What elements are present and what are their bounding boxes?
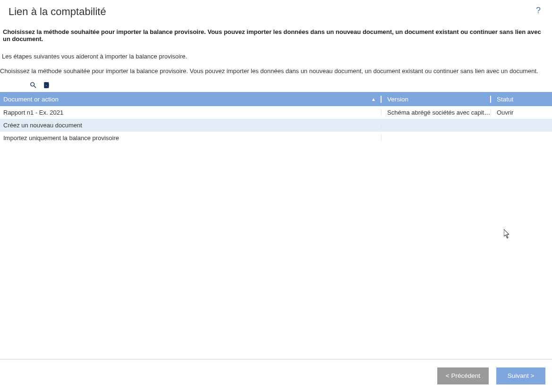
cell-document: Importez uniquement la balance provisoir… — [0, 134, 382, 142]
search-icon[interactable] — [29, 81, 37, 89]
help-icon[interactable]: ? — [536, 6, 544, 16]
document-table: Document or action ▲ Version Statut Rapp… — [0, 92, 552, 144]
previous-button[interactable]: < Précédent — [437, 367, 489, 384]
table-row[interactable]: Rapport n1 - Ex. 2021 Schéma abrégé soci… — [0, 106, 552, 119]
intro-bold-text: Choisissez la méthode souhaitée pour imp… — [0, 20, 552, 42]
cell-document: Rapport n1 - Ex. 2021 — [0, 109, 382, 116]
file-download-icon[interactable] — [43, 81, 50, 89]
intro-line1: Les étapes suivantes vous aideront à imp… — [0, 42, 552, 60]
table-header-row: Document or action ▲ Version Statut — [0, 92, 552, 106]
column-header-document-label: Document or action — [3, 96, 59, 103]
table-row[interactable]: Créez un nouveau document — [0, 119, 552, 132]
wizard-footer: < Précédent Suivant > — [0, 359, 552, 392]
next-button[interactable]: Suivant > — [496, 367, 545, 384]
intro-line2: Choisissez la méthode souhaitée pour imp… — [0, 60, 552, 75]
mouse-cursor-icon — [504, 229, 510, 240]
sort-ascending-icon: ▲ — [371, 97, 376, 102]
cell-version: Schéma abrégé sociétés avec capit… — [382, 109, 491, 116]
table-row[interactable]: Importez uniquement la balance provisoir… — [0, 132, 552, 144]
column-header-document[interactable]: Document or action ▲ — [0, 96, 382, 103]
column-header-statut[interactable]: Statut — [491, 96, 552, 103]
cell-document: Créez un nouveau document — [0, 122, 382, 129]
toolbar — [0, 75, 552, 92]
column-header-version[interactable]: Version — [382, 96, 491, 103]
page-title: Lien à la comptabilité — [8, 6, 106, 18]
cell-statut: Ouvrir — [491, 109, 552, 116]
